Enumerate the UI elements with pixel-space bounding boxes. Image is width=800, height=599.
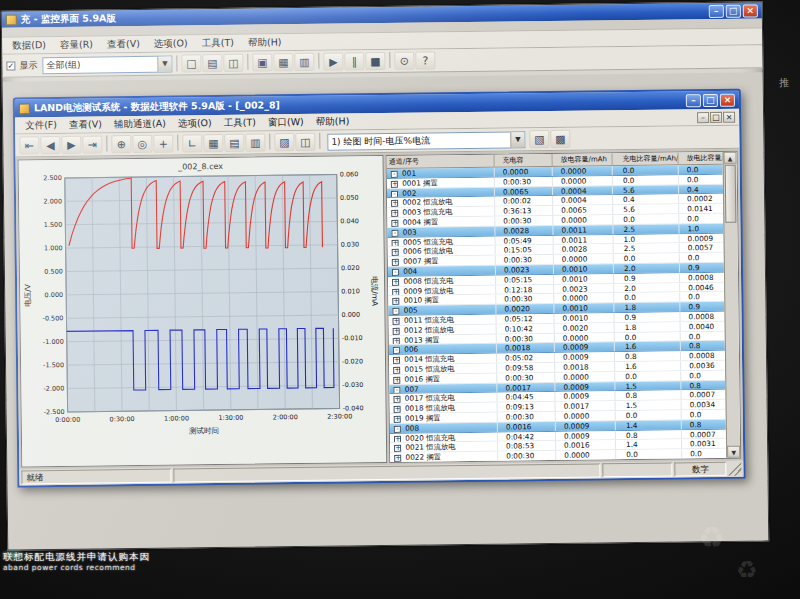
- expand-icon[interactable]: +: [392, 249, 399, 256]
- settings-icon[interactable]: ⊙: [394, 52, 414, 70]
- palette-icon[interactable]: ▨: [274, 133, 294, 151]
- start-icon[interactable]: ▶: [323, 52, 343, 70]
- expand-icon[interactable]: +: [393, 337, 400, 344]
- data-cell: 0.0000: [553, 176, 613, 186]
- menu-item[interactable]: 数据(D): [6, 38, 52, 54]
- restore-button[interactable]: □: [703, 93, 718, 106]
- data-cell: 0:15:05: [496, 245, 554, 255]
- legend-icon[interactable]: ▤: [224, 134, 244, 152]
- expand-icon[interactable]: +: [391, 200, 398, 207]
- expand-icon[interactable]: +: [393, 357, 400, 364]
- new-icon[interactable]: □: [181, 54, 201, 72]
- expand-icon[interactable]: +: [393, 396, 400, 403]
- chart-panel[interactable]: _002_8.cex2.5002.0001.5001.0000.5000.000…: [18, 155, 388, 467]
- collapse-icon[interactable]: -: [394, 426, 401, 433]
- pan-icon[interactable]: ◎: [132, 135, 152, 153]
- status-mode-button[interactable]: 数字: [674, 462, 726, 477]
- row-id-cell: + 0006 恒流放电: [388, 246, 496, 256]
- table-icon[interactable]: ▥: [245, 133, 265, 151]
- table-icon[interactable]: ▥: [294, 53, 314, 71]
- help-icon[interactable]: ?: [415, 51, 435, 69]
- expand-icon[interactable]: +: [394, 416, 401, 423]
- expand-icon[interactable]: +: [394, 406, 401, 413]
- column-header[interactable]: 充电比容量/mAh/g: [613, 152, 679, 165]
- menu-item[interactable]: 工具(T): [218, 115, 262, 131]
- menu-item[interactable]: 选项(O): [148, 36, 194, 52]
- chart-icon[interactable]: ▦: [273, 53, 293, 71]
- child-close-button[interactable]: ×: [723, 111, 735, 122]
- axes-icon[interactable]: ∟: [182, 134, 202, 152]
- last-icon[interactable]: ⇥: [82, 135, 102, 153]
- zoom-icon[interactable]: ⊕: [111, 135, 131, 153]
- copy-icon[interactable]: ◫: [295, 133, 315, 151]
- print-icon[interactable]: ▩: [550, 130, 570, 148]
- menu-item[interactable]: 文件(F): [19, 117, 63, 133]
- scroll-down-icon[interactable]: ▼: [727, 446, 740, 458]
- minimize-button[interactable]: –: [686, 94, 701, 107]
- menu-item[interactable]: 选项(O): [172, 116, 218, 132]
- child-minimize-button[interactable]: –: [697, 112, 709, 123]
- expand-icon[interactable]: +: [392, 279, 399, 286]
- expand-icon[interactable]: +: [392, 239, 399, 246]
- crosshair-icon[interactable]: +: [153, 135, 173, 153]
- expand-icon[interactable]: +: [391, 210, 398, 217]
- expand-icon[interactable]: +: [394, 455, 401, 462]
- expand-icon[interactable]: +: [394, 445, 401, 452]
- menu-item[interactable]: 帮助(H): [310, 114, 356, 130]
- display-checkbox[interactable]: ✓: [6, 61, 15, 70]
- expand-icon[interactable]: +: [392, 259, 399, 266]
- collapse-icon[interactable]: -: [393, 347, 400, 354]
- scroll-thumb[interactable]: [725, 165, 737, 223]
- grid-icon[interactable]: ▦: [203, 134, 223, 152]
- next-icon[interactable]: ▶: [61, 136, 81, 154]
- voltage-current-chart[interactable]: _002_8.cex2.5002.0001.5001.0000.5000.000…: [19, 156, 383, 466]
- expand-icon[interactable]: +: [391, 181, 398, 188]
- menu-item[interactable]: 查看(V): [101, 36, 146, 52]
- column-header[interactable]: 放电比容量/mAh/g: [679, 152, 727, 165]
- expand-icon[interactable]: +: [392, 288, 399, 295]
- resize-grip[interactable]: [728, 462, 741, 476]
- chevron-down-icon[interactable]: ▼: [510, 132, 524, 147]
- scope-combobox[interactable]: 全部(组) ▼: [42, 55, 172, 74]
- collapse-icon[interactable]: -: [391, 171, 398, 178]
- expand-icon[interactable]: +: [393, 377, 400, 384]
- menu-item[interactable]: 容量(R): [54, 37, 99, 53]
- pause-icon[interactable]: ∥: [344, 52, 364, 70]
- collapse-icon[interactable]: -: [392, 269, 399, 276]
- expand-icon[interactable]: +: [393, 318, 400, 325]
- close-button[interactable]: ×: [743, 4, 758, 17]
- child-restore-button[interactable]: □: [710, 111, 722, 122]
- column-header[interactable]: 通道/序号: [387, 155, 495, 168]
- scroll-track[interactable]: [724, 164, 740, 446]
- minimize-button[interactable]: –: [709, 4, 724, 17]
- first-icon[interactable]: ⇤: [19, 136, 39, 154]
- monitor-icon[interactable]: ▣: [252, 53, 272, 71]
- stop-icon[interactable]: ■: [365, 52, 385, 70]
- vertical-scrollbar[interactable]: ▲ ▼: [723, 152, 741, 458]
- open-icon[interactable]: ▤: [202, 54, 222, 72]
- collapse-icon[interactable]: -: [391, 190, 398, 197]
- expand-icon[interactable]: +: [393, 367, 400, 374]
- expand-icon[interactable]: +: [393, 328, 400, 335]
- export-icon[interactable]: ▧: [529, 130, 549, 148]
- expand-icon[interactable]: +: [391, 220, 398, 227]
- column-header[interactable]: 放电容量/mAh: [553, 153, 613, 166]
- menu-item[interactable]: 查看(V): [63, 117, 108, 133]
- close-button[interactable]: ×: [720, 93, 735, 106]
- collapse-icon[interactable]: -: [392, 308, 399, 315]
- prev-icon[interactable]: ◀: [40, 136, 60, 154]
- collapse-icon[interactable]: -: [391, 230, 398, 237]
- menu-item[interactable]: 帮助(H): [242, 35, 288, 51]
- expand-icon[interactable]: +: [392, 298, 399, 305]
- chevron-down-icon[interactable]: ▼: [157, 56, 171, 71]
- scroll-up-icon[interactable]: ▲: [724, 152, 737, 164]
- view-selector-combobox[interactable]: 1) 绘图 时间-电压%电流 ▼: [327, 131, 525, 150]
- menu-item[interactable]: 工具(T): [196, 35, 240, 51]
- menu-item[interactable]: 窗口(W): [262, 114, 310, 130]
- expand-icon[interactable]: +: [394, 435, 401, 442]
- collapse-icon[interactable]: -: [393, 386, 400, 393]
- column-header[interactable]: 充电容: [495, 154, 553, 167]
- save-icon[interactable]: ◫: [223, 54, 243, 72]
- maximize-button[interactable]: □: [726, 4, 741, 17]
- menu-item[interactable]: 辅助通道(A): [108, 116, 172, 132]
